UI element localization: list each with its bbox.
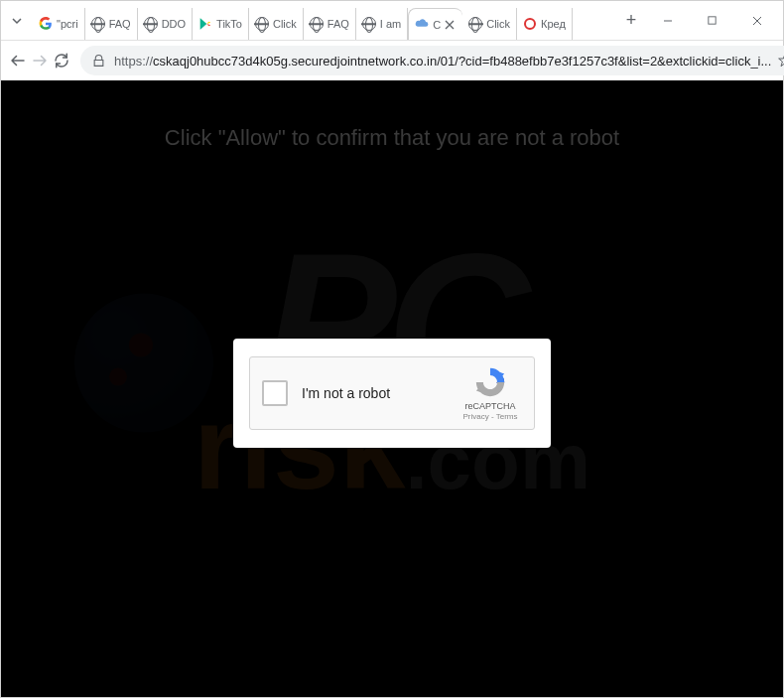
- recaptcha-checkbox[interactable]: [262, 380, 288, 406]
- tab-5[interactable]: FAQ: [304, 8, 356, 40]
- recaptcha-icon: [473, 365, 507, 399]
- tab-title: I am: [380, 18, 401, 30]
- arrow-left-icon: [9, 52, 27, 70]
- forward-button[interactable]: [31, 45, 49, 76]
- tab-title: "pcri: [57, 18, 78, 30]
- tab-8[interactable]: Click: [462, 8, 517, 40]
- tab-search-dropdown[interactable]: [5, 9, 29, 33]
- tab-strip: "pcri FAQ DDO TikTo Click FAQ: [33, 1, 613, 40]
- recaptcha-links[interactable]: Privacy - Terms: [458, 412, 522, 421]
- globe-icon: [310, 17, 324, 31]
- recaptcha-inner: I'm not a robot reCAPTCHA Privacy - Term…: [249, 356, 535, 430]
- recaptcha-logo: reCAPTCHA Privacy - Terms: [458, 365, 522, 421]
- maximize-icon: [707, 15, 718, 26]
- globe-icon: [362, 17, 376, 31]
- close-window-button[interactable]: [734, 6, 779, 36]
- minimize-button[interactable]: [645, 6, 690, 36]
- lock-icon[interactable]: [90, 53, 106, 69]
- arrow-right-icon: [31, 52, 49, 70]
- tab-title: FAQ: [109, 18, 131, 30]
- toolbar: https://cskaqj0hubcc73d4k05g.securedjoin…: [1, 41, 783, 80]
- tab-title: DDO: [162, 18, 186, 30]
- google-icon: [39, 17, 53, 31]
- cloud-icon: [415, 18, 429, 32]
- recaptcha-brand: reCAPTCHA: [458, 401, 522, 411]
- tab-7-active[interactable]: C: [408, 8, 462, 40]
- tab-title: Click: [273, 18, 297, 30]
- red-circle-icon: [523, 17, 537, 31]
- new-tab-button[interactable]: +: [617, 7, 645, 35]
- play-store-icon: [198, 17, 212, 31]
- tab-0[interactable]: "pcri: [33, 8, 85, 40]
- tab-title: Кред: [541, 18, 566, 30]
- tab-1[interactable]: FAQ: [85, 8, 138, 40]
- tab-title: TikTo: [216, 18, 242, 30]
- instruction-text: Click "Allow" to confirm that you are no…: [1, 125, 783, 151]
- url-text: https://cskaqj0hubcc73d4k05g.securedjoin…: [114, 54, 771, 69]
- chevron-down-icon: [11, 15, 23, 27]
- back-button[interactable]: [9, 45, 27, 76]
- tab-title: Click: [486, 18, 510, 30]
- minimize-icon: [662, 15, 674, 27]
- tab-3[interactable]: TikTo: [193, 8, 249, 40]
- svg-rect-0: [709, 17, 716, 24]
- titlebar: "pcri FAQ DDO TikTo Click FAQ: [1, 1, 783, 41]
- tab-6[interactable]: I am: [356, 8, 408, 40]
- globe-icon: [468, 17, 482, 31]
- address-bar[interactable]: https://cskaqj0hubcc73d4k05g.securedjoin…: [80, 46, 784, 75]
- page-content: Click "Allow" to confirm that you are no…: [1, 80, 783, 697]
- reload-button[interactable]: [53, 45, 70, 76]
- close-icon: [751, 15, 763, 27]
- globe-icon: [91, 17, 105, 31]
- tab-2[interactable]: DDO: [138, 8, 193, 40]
- tab-title: FAQ: [327, 18, 349, 30]
- recaptcha-label: I'm not a robot: [302, 385, 458, 401]
- tab-title: C: [433, 19, 441, 31]
- window-controls: [645, 6, 779, 36]
- browser-window: "pcri FAQ DDO TikTo Click FAQ: [0, 0, 784, 698]
- globe-icon: [144, 17, 158, 31]
- tab-4[interactable]: Click: [249, 8, 304, 40]
- globe-icon: [255, 17, 269, 31]
- maximize-button[interactable]: [690, 6, 734, 36]
- bookmark-star-icon[interactable]: [777, 53, 784, 69]
- tab-9[interactable]: Кред: [517, 8, 573, 40]
- reload-icon: [53, 52, 70, 70]
- close-icon[interactable]: [443, 18, 457, 32]
- recaptcha-widget: I'm not a robot reCAPTCHA Privacy - Term…: [233, 339, 551, 448]
